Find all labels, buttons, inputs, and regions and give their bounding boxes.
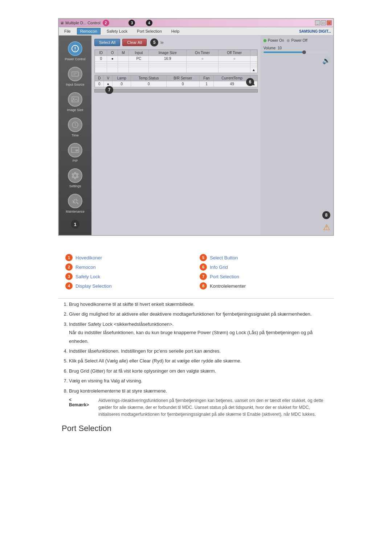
badge-4: 4	[146, 20, 152, 26]
col-on-timer: On Timer	[187, 50, 219, 56]
cell-scroll	[250, 56, 257, 62]
info-temp-status: 0	[131, 81, 166, 87]
instruction-7: Vælg en visning fra Valg af visning.	[69, 377, 330, 385]
legend-label-6: Info Grid	[210, 264, 228, 270]
instruction-5: Klik på Select All (Vælg alle) eller Cle…	[69, 357, 330, 365]
content-area: Select All Clear All 5 le ID O M	[91, 36, 261, 235]
badge-6: 6	[246, 78, 254, 86]
info-col-br: B/R Senser	[166, 75, 199, 81]
cell-m	[118, 56, 128, 62]
sidebar-label-time: Time	[72, 134, 79, 137]
badge-3: 3	[128, 20, 135, 26]
col-id: ID	[95, 50, 107, 56]
info-col-temp: Temp.Status	[131, 75, 166, 81]
warning-section: ⚠	[264, 223, 330, 232]
sidebar-label-pip: PIP	[73, 159, 78, 163]
sidebar-item-power[interactable]: Power Control	[61, 39, 90, 63]
note-text: Aktiverings-/deaktiveringsfunktionen på …	[98, 397, 330, 418]
info-table: D V Lamp Temp.Status B/R Senser Fan Curr…	[95, 75, 257, 87]
volume-label: Volume 10	[264, 46, 330, 50]
samsung-logo: SAMSUNG DIGIT...	[299, 29, 331, 33]
divider	[58, 298, 334, 299]
power-icon	[68, 41, 82, 56]
svg-rect-1	[72, 97, 78, 102]
legend-item-7: 7 Port Selection	[200, 273, 327, 280]
legend-label-4: Display Selection	[75, 283, 112, 289]
power-on-button[interactable]: Power On	[264, 38, 284, 42]
instruction-6: Brug Grid (Gitter) for at få vist korte …	[69, 367, 330, 375]
legend-label-8: Kontrolelementer	[210, 283, 246, 289]
volume-slider[interactable]	[264, 52, 330, 53]
sidebar-label-image: Image Size	[67, 108, 83, 112]
sidebar-item-image[interactable]: Image Size	[61, 90, 90, 114]
legend-badge-7: 7	[200, 273, 207, 280]
display-table: ID O M Input Image Size On Timer Off Tim…	[95, 50, 257, 73]
info-col-curtemp: CurrentTemp	[214, 75, 250, 81]
sidebar-label-input: Input Source	[66, 83, 84, 86]
toolbar-text: le	[160, 40, 164, 45]
select-all-button[interactable]: Select All	[94, 39, 120, 46]
close-button[interactable]: ×	[327, 20, 332, 25]
sidebar-item-maintenance[interactable]: Maintenance	[61, 192, 90, 216]
legend-item-3: 3 Safety Lock	[65, 273, 192, 280]
maximize-button[interactable]: □	[321, 20, 326, 25]
power-on-label: Power On	[268, 38, 284, 42]
table-row[interactable]: ▲	[95, 67, 257, 73]
legend-section: 1 Hovedikoner 5 Select Button 2 Remocon …	[58, 250, 334, 293]
sidebar-item-input[interactable]: Input Source	[61, 65, 90, 89]
clear-all-button[interactable]: Clear All	[122, 39, 147, 46]
col-o: O	[107, 50, 118, 56]
pip-icon	[68, 143, 82, 157]
table-row[interactable]: 0 ● PC 16:9 ○ ○	[95, 56, 257, 62]
sidebar-item-settings[interactable]: Settings	[61, 166, 90, 190]
badge-1-container: 1	[71, 217, 79, 231]
info-col-v: V	[104, 75, 113, 81]
info-d: 0	[95, 81, 104, 87]
horizontal-scrollbar[interactable]	[94, 89, 258, 93]
power-off-button[interactable]: Power Off	[287, 38, 307, 42]
cell-off-timer: ○	[219, 56, 250, 62]
legend-badge-2: 2	[65, 263, 73, 271]
sidebar-label-maintenance: Maintenance	[66, 210, 85, 213]
image-icon	[68, 92, 82, 107]
app-body: Power Control Input Source Image Size	[59, 36, 333, 235]
badge-1: 1	[71, 220, 79, 229]
cell-image-size: 16:9	[149, 56, 187, 62]
instructions-list: Brug hovedikonerne til at skifte til hve…	[62, 300, 330, 395]
volume-section: Volume 10	[264, 46, 330, 53]
menu-file[interactable]: File	[61, 28, 74, 34]
legend-badge-3: 3	[65, 273, 73, 280]
legend-badge-1: 1	[65, 254, 73, 261]
legend-item-1: 1 Hovedikoner	[65, 254, 192, 261]
cell-on-timer: ○	[187, 56, 219, 62]
sidebar-label-settings: Settings	[69, 184, 81, 188]
badge-8-container: 8	[264, 211, 330, 219]
volume-thumb[interactable]	[302, 50, 306, 54]
toolbar: Select All Clear All 5 le	[94, 38, 258, 46]
legend-item-6: 6 Info Grid	[200, 263, 327, 271]
badge-5: 5	[150, 38, 158, 46]
power-off-indicator	[287, 39, 290, 42]
info-br-senser: 0	[166, 81, 199, 87]
instructions-section: Brug hovedikonerne til at skifte til hve…	[58, 300, 334, 418]
legend-label-2: Remocon	[75, 264, 96, 270]
info-col-lamp: Lamp	[113, 75, 131, 81]
minimize-button[interactable]: _	[315, 20, 320, 25]
sidebar-item-pip[interactable]: PIP	[61, 141, 90, 165]
cell-o: ●	[107, 56, 118, 62]
legend-badge-8: 8	[200, 282, 207, 290]
col-scroll	[250, 50, 257, 56]
menu-port-selection[interactable]: Port Selection	[134, 28, 165, 34]
menu-remocon[interactable]: Remocon	[77, 28, 101, 34]
sidebar-item-time[interactable]: Time	[61, 115, 90, 139]
info-col-fan: Fan	[199, 75, 214, 81]
legend-item-2: 2 Remocon	[65, 263, 192, 271]
info-lamp: 0	[113, 81, 131, 87]
instruction-1: Brug hovedikonerne til at skifte til hve…	[69, 300, 330, 308]
menu-safety-lock[interactable]: Safety Lock	[103, 28, 131, 34]
cell-id: 0	[95, 56, 107, 62]
sidebar: Power Control Input Source Image Size	[59, 36, 91, 235]
window-title: Multiple D... Control	[65, 21, 101, 25]
menu-help[interactable]: Help	[168, 28, 183, 34]
badge-7: 7	[105, 86, 113, 94]
